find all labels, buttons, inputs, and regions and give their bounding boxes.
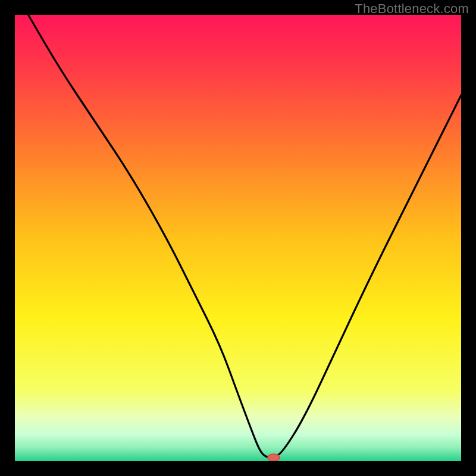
- chart-svg: [15, 15, 461, 461]
- chart-frame: TheBottleneck.com: [0, 0, 476, 476]
- plot-area: [15, 15, 461, 461]
- watermark-label: TheBottleneck.com: [355, 1, 469, 17]
- optimal-point-marker: [268, 454, 280, 461]
